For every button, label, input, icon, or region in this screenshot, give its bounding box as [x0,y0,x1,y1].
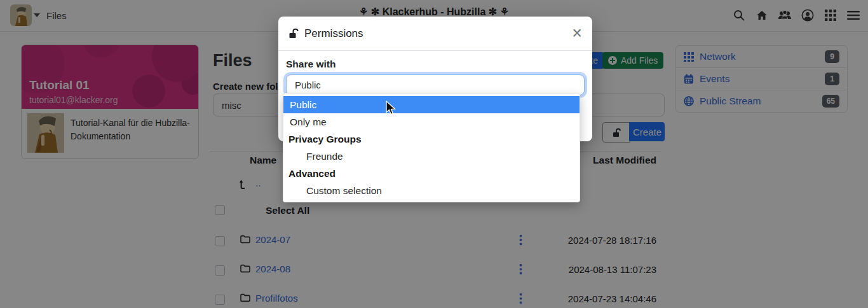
dropdown-header-privacy-groups: Privacy Groups [283,130,580,148]
dropdown-option-custom-selection[interactable]: Custom selection [283,182,580,199]
permissions-modal-body: Share with [278,51,592,95]
share-with-label: Share with [286,59,585,70]
close-icon[interactable]: × [572,25,582,42]
dropdown-option-freunde[interactable]: Freunde [283,148,580,165]
dropdown-header-advanced: Advanced [283,165,580,182]
screen: Files ⚘ ✼ Klackerhub - Hubzilla ✼ ⚘ [0,0,868,308]
unlock-icon [288,28,299,39]
permissions-modal-title: Permissions [304,27,363,40]
share-with-dropdown: Public Only me Privacy Groups Freunde Ad… [283,93,580,202]
dropdown-option-only-me[interactable]: Only me [283,113,580,130]
permissions-modal-header: Permissions × [278,17,592,51]
dropdown-option-public[interactable]: Public [283,96,580,113]
